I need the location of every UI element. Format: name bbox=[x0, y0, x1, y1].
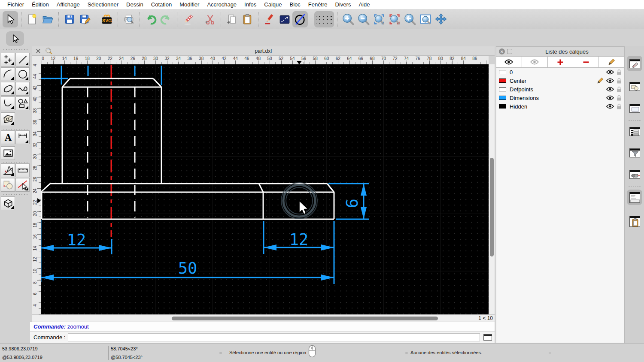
line-tool-button[interactable] bbox=[15, 53, 30, 66]
layer-row[interactable]: 0 bbox=[496, 68, 624, 76]
command-widget-button[interactable] bbox=[627, 190, 642, 205]
save-button[interactable] bbox=[62, 11, 77, 27]
layer-visibility-icon[interactable] bbox=[606, 78, 614, 83]
paste-button[interactable] bbox=[240, 11, 255, 27]
undock-panel-icon[interactable] bbox=[507, 49, 512, 54]
menu-item[interactable]: Fichier bbox=[3, 1, 28, 8]
hatch-tool-button[interactable] bbox=[1, 112, 15, 126]
ruler-tool-button[interactable] bbox=[15, 163, 30, 177]
zoom-out-button[interactable] bbox=[356, 11, 371, 27]
add-layer-button[interactable] bbox=[548, 57, 574, 67]
block-widget-button[interactable] bbox=[627, 78, 642, 94]
edit-layer-button[interactable] bbox=[599, 57, 624, 67]
zoom-auto-button[interactable] bbox=[371, 11, 387, 27]
part-outline[interactable] bbox=[41, 78, 334, 219]
dimension-extension-marks[interactable] bbox=[41, 66, 161, 85]
open-file-button[interactable] bbox=[40, 11, 55, 27]
library-widget-button[interactable] bbox=[627, 100, 642, 116]
zoom-previous-button[interactable] bbox=[387, 11, 402, 27]
arc-tool-button[interactable] bbox=[1, 67, 15, 81]
palette-select-button[interactable] bbox=[6, 31, 24, 46]
horizontal-scrollbar-thumb[interactable] bbox=[172, 317, 438, 320]
layer-widget-button[interactable] bbox=[627, 56, 642, 71]
circle-tool-button[interactable] bbox=[15, 67, 30, 81]
layer-row[interactable]: Center bbox=[496, 76, 624, 85]
remove-layer-button[interactable] bbox=[573, 57, 599, 67]
zoom-pan-button[interactable] bbox=[433, 11, 449, 27]
filter-widget-button[interactable] bbox=[627, 145, 642, 160]
show-all-layers-button[interactable] bbox=[496, 57, 522, 67]
command-echo-widget-button[interactable] bbox=[627, 166, 642, 182]
image-tool-button[interactable] bbox=[1, 146, 15, 160]
select-entity-tool-button[interactable] bbox=[15, 178, 30, 192]
select-tool-button[interactable] bbox=[3, 11, 18, 27]
ellipse-tool-button[interactable] bbox=[1, 82, 15, 96]
svg-export-button[interactable]: SVG bbox=[99, 11, 115, 27]
points-tool-button[interactable] bbox=[1, 53, 15, 66]
hide-all-layers-button[interactable] bbox=[522, 57, 548, 67]
detach-console-button[interactable] bbox=[483, 334, 492, 341]
pen-edit-button[interactable] bbox=[261, 11, 277, 27]
menu-item[interactable]: Fenêtre bbox=[304, 1, 331, 8]
line-attributes-button[interactable] bbox=[277, 11, 292, 27]
measure-tool-button[interactable] bbox=[1, 163, 15, 177]
menu-item[interactable]: Aide bbox=[355, 1, 374, 8]
layer-lock-icon[interactable] bbox=[617, 95, 622, 101]
menu-item[interactable]: Affichage bbox=[53, 1, 84, 8]
layer-lock-icon[interactable] bbox=[617, 86, 622, 92]
save-as-button[interactable] bbox=[77, 11, 93, 27]
polyline-tool-button[interactable] bbox=[1, 97, 15, 110]
menu-item[interactable]: Accrochage bbox=[203, 1, 240, 8]
spline-tool-button[interactable] bbox=[15, 82, 30, 96]
close-panel-icon[interactable]: ✕ bbox=[499, 48, 505, 54]
polygon-tool-button[interactable] bbox=[15, 97, 30, 110]
circle-attributes-button[interactable] bbox=[292, 11, 308, 27]
redo-button[interactable] bbox=[158, 11, 174, 27]
order-tool-button[interactable] bbox=[1, 178, 15, 192]
dimension-left-12[interactable]: 12 bbox=[41, 220, 112, 282]
zoom-in-button[interactable] bbox=[340, 11, 356, 27]
command-input[interactable] bbox=[68, 333, 480, 341]
dimension-total-50[interactable]: 50 bbox=[41, 259, 334, 281]
drawing-canvas[interactable]: 12 12 50 6 bbox=[41, 64, 489, 314]
entity-list-widget-button[interactable] bbox=[627, 124, 642, 139]
layer-visibility-icon[interactable] bbox=[606, 95, 614, 100]
new-file-button[interactable] bbox=[24, 11, 40, 27]
layer-lock-icon[interactable] bbox=[617, 69, 622, 75]
menu-item[interactable]: Dessin bbox=[122, 1, 147, 8]
horizontal-scrollbar[interactable]: 1 < 10 bbox=[32, 314, 495, 322]
layer-lock-icon[interactable] bbox=[617, 78, 622, 84]
menu-item[interactable]: Calque bbox=[260, 1, 286, 8]
layer-lock-icon[interactable] bbox=[617, 103, 622, 109]
layer-visibility-icon[interactable] bbox=[606, 87, 614, 92]
layer-row[interactable]: Dimensions bbox=[496, 94, 624, 102]
menu-item[interactable]: Infos bbox=[240, 1, 260, 8]
layer-row[interactable]: Defpoints bbox=[496, 85, 624, 94]
zoom-back-button[interactable] bbox=[402, 11, 418, 27]
zoom-window-button[interactable] bbox=[418, 11, 433, 27]
text-tool-button[interactable]: A bbox=[1, 130, 15, 144]
menu-item[interactable]: Modifier bbox=[176, 1, 203, 8]
vertical-scrollbar-thumb[interactable] bbox=[490, 158, 494, 256]
menu-item[interactable]: Bloc bbox=[286, 1, 304, 8]
ruler-label: 38 bbox=[33, 106, 38, 115]
redo-icon bbox=[160, 13, 172, 25]
undo-button[interactable] bbox=[143, 11, 158, 27]
delete-button[interactable] bbox=[180, 11, 196, 27]
grid-toggle-button[interactable] bbox=[314, 11, 334, 27]
solid-3d-tool-button[interactable] bbox=[1, 196, 15, 210]
layer-row[interactable]: Hidden bbox=[496, 102, 624, 111]
layer-visibility-icon[interactable] bbox=[606, 69, 614, 75]
menu-item[interactable]: Édition bbox=[28, 1, 53, 8]
clipboard-widget-button[interactable] bbox=[627, 214, 642, 229]
menu-item[interactable]: Cotation bbox=[147, 1, 176, 8]
layer-visibility-icon[interactable] bbox=[606, 104, 614, 109]
dimension-right-12[interactable]: 12 bbox=[264, 221, 334, 284]
dimension-tool-button[interactable] bbox=[15, 130, 30, 144]
print-preview-button[interactable] bbox=[121, 11, 137, 27]
menu-item[interactable]: Sélectionner bbox=[84, 1, 122, 8]
cut-button[interactable] bbox=[202, 11, 218, 27]
copy-button[interactable] bbox=[224, 11, 240, 27]
menu-item[interactable]: Divers bbox=[331, 1, 355, 8]
vertical-scrollbar[interactable] bbox=[489, 64, 495, 314]
